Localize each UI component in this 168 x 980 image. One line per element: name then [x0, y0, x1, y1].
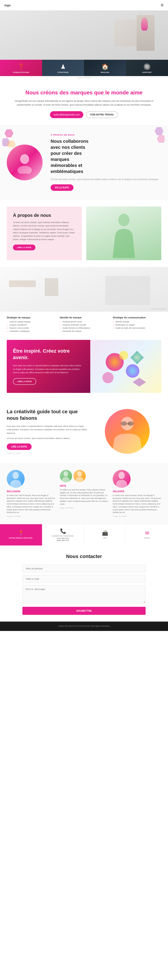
- service-label-consultations: CONSULTATIONS: [1, 72, 41, 73]
- member-desc-1: In mollis nunc sed id et semper. Risus a…: [60, 488, 109, 506]
- tagline-buttons: auteur@designstudio.com VOIR NOTRE TRAVA…: [13, 111, 155, 118]
- footer-text: Varrius Dui c'est là it est Prm Intt eum…: [58, 625, 110, 627]
- tagline-section: Nous créons des marques que le monde aim…: [0, 80, 168, 125]
- member-desc-2: In mollis nunc sed id semper. Risus nec …: [113, 494, 161, 514]
- contact-name-input[interactable]: [22, 565, 146, 572]
- svg-point-7: [118, 214, 130, 226]
- location-icon: 📍: [18, 530, 24, 536]
- list-item: –Demande de marque: [60, 330, 109, 332]
- about-us-card: À propos de nous Ut enim ad minim veniam…: [7, 207, 82, 260]
- freepik-workspace-label: Images de Freepik: [151, 308, 166, 310]
- about-nous-content: À PROPOS DE NOUS Nous collaborons avec n…: [47, 134, 161, 191]
- svg-point-21: [118, 472, 125, 479]
- about-nous-section: À PROPOS DE NOUS Nous collaborons avec n…: [0, 125, 168, 200]
- svg-point-18: [13, 472, 19, 479]
- email-icon: ✉: [145, 530, 149, 536]
- svg-marker-13: [133, 378, 146, 387]
- col-title-1: Identité de marque: [60, 316, 109, 319]
- service-consultations[interactable]: ❓ CONSULTATIONS: [0, 60, 42, 76]
- inspire-btn[interactable]: LIRE LA SUITE: [13, 378, 36, 385]
- chess-icon: ♟: [43, 63, 83, 70]
- list-item: –Guide d'icônes et d'illustrations: [60, 327, 109, 329]
- hero-section: [0, 11, 168, 60]
- footer-phone-value: (213) 555-0022 (800) 555-0175: [57, 538, 69, 541]
- contact-form: SOUMETTRE: [22, 565, 146, 615]
- inspire-left: Être inspiré. Créez votre avenir. Duis a…: [7, 340, 90, 393]
- footer-info-address: 📍 NOTRE BUREAU PRINCIPAL: [0, 524, 42, 546]
- about-us-desc: Ut enim ad minim veniam, quis nostrud ex…: [13, 221, 75, 241]
- member-freepik-1: Image de Freepik: [60, 507, 109, 509]
- service-mission[interactable]: 🏠 MISSION: [84, 60, 126, 76]
- team-member-2: Valeurs In mollis nunc sed id semper. Ri…: [113, 470, 161, 517]
- hamburger-icon[interactable]: ≡: [161, 2, 163, 8]
- about-us-heading: À propos de nous: [13, 213, 75, 218]
- email-button[interactable]: auteur@designstudio.com: [50, 111, 83, 118]
- contact-submit-button[interactable]: SOUMETTRE: [22, 607, 146, 615]
- list-item: –Examen concurrentiel: [7, 327, 55, 329]
- inspire-heading: Être inspiré. Créez votre avenir.: [13, 348, 84, 361]
- about-us-section: À propos de nous Ut enim ad minim veniam…: [0, 200, 168, 267]
- svg-marker-11: [130, 351, 144, 364]
- about-nous-tag: À PROPOS DE NOUS: [51, 134, 161, 136]
- list-item: –Identité verbale: [113, 321, 161, 323]
- svg-point-15: [121, 421, 127, 426]
- about-nous-btn[interactable]: EN LA SUITE: [51, 185, 74, 191]
- creativity-left: La créativité guide tout ce que nous fai…: [7, 409, 88, 454]
- about-us-btn[interactable]: LIRE LA SUITE: [13, 245, 35, 250]
- member-role-1: Nata: [60, 484, 109, 487]
- footer-info-email: ✉ E-MAIL: [126, 524, 168, 546]
- svg-marker-5: [155, 127, 163, 135]
- services-row: ❓ CONSULTATIONS ♟ STRATÉGIE 🏠 MISSION 🔘 …: [0, 60, 168, 76]
- contact-heading: Nous contacter: [22, 554, 146, 559]
- contact-message-input[interactable]: [22, 585, 146, 603]
- about-nous-heading: Nous collaborons avec nos clients pour c…: [51, 138, 161, 175]
- workspace-section: Images de Freepik: [0, 267, 168, 312]
- logo: logo: [5, 3, 11, 7]
- member-desc-0: In mollis nunc sed id semper. Risus nec …: [7, 494, 55, 514]
- list-item: –Positionnement visuel: [60, 321, 109, 323]
- member-role-2: Valeurs: [113, 490, 161, 493]
- navbar: logo ≡: [0, 0, 168, 11]
- creativity-right: [93, 409, 161, 454]
- list-item: –Guide de style de communication: [113, 327, 161, 329]
- team-member-1: Nata In mollis nunc sed id et semper. Ri…: [60, 470, 109, 517]
- service-strategie[interactable]: ♟ STRATÉGIE: [42, 60, 84, 76]
- member-freepik-0: Image de Freepik: [7, 515, 55, 517]
- svg-point-12: [102, 372, 114, 383]
- question-icon: ❓: [1, 63, 41, 70]
- creativity-heading: La créativité guide tout ce que nous fai…: [7, 409, 88, 421]
- col-brand-identity: Identité de marque –Positionnement visue…: [60, 316, 109, 333]
- three-columns: Stratégie de marque Audit du capital mar…: [0, 312, 168, 340]
- home-icon: 🏠: [85, 63, 125, 70]
- service-support[interactable]: 🔘 SUPPORT: [126, 60, 168, 76]
- inspire-right: [90, 340, 161, 393]
- service-label-mission: MISSION: [85, 72, 125, 73]
- creativity-desc1: Duis aute irure dolor in reprehenderit i…: [7, 425, 88, 435]
- svg-point-20: [77, 471, 82, 477]
- about-nous-desc: Ut enim ad minim veniam, quis nostrud ex…: [51, 178, 161, 181]
- creativity-section: La créativité guide tout ce que nous fai…: [0, 399, 168, 463]
- svg-point-4: [18, 166, 32, 173]
- view-work-button[interactable]: VOIR NOTRE TRAVAIL: [86, 111, 118, 118]
- list-item: –Analyse d'audience: [7, 324, 55, 326]
- team-member-0: Inclusion In mollis nunc sed id semper. …: [7, 470, 55, 517]
- svg-marker-0: [5, 129, 13, 137]
- footer-phone-label: NUMÉRO DE TÉLÉPHONE: [52, 535, 74, 537]
- service-label-support: SUPPORT: [127, 72, 167, 73]
- inspire-section: Être inspiré. Créez votre avenir. Duis a…: [7, 340, 161, 393]
- contact-email-input[interactable]: [22, 575, 146, 582]
- list-item: –Système d'identité visuelle: [60, 324, 109, 326]
- list-item: –Exploration du slogan: [113, 324, 161, 326]
- col-title-2: Stratégie de communication: [113, 316, 161, 319]
- creativity-desc2: Ut enim ad minim veniam, quis nostrud ex…: [7, 436, 88, 440]
- col-comm-strategy: Stratégie de communication –Identité ver…: [113, 316, 161, 333]
- tagline-description: DesignStudio est une marque internationa…: [13, 99, 155, 107]
- footer-fax-label: FAX: [103, 537, 107, 539]
- hero-freepik-label: Image de Freepik: [0, 76, 168, 80]
- footer-email-label: E-MAIL: [144, 537, 150, 539]
- inspire-desc: Duis aute irure dolor in reprehenderit i…: [13, 364, 84, 374]
- footer-address-label: NOTRE BUREAU PRINCIPAL: [9, 537, 33, 539]
- creativity-btn[interactable]: LIRE LA SUITE: [7, 444, 32, 450]
- contact-section: Nous contacter SOUMETTRE: [0, 546, 168, 622]
- team-section: Inclusion In mollis nunc sed id semper. …: [0, 463, 168, 524]
